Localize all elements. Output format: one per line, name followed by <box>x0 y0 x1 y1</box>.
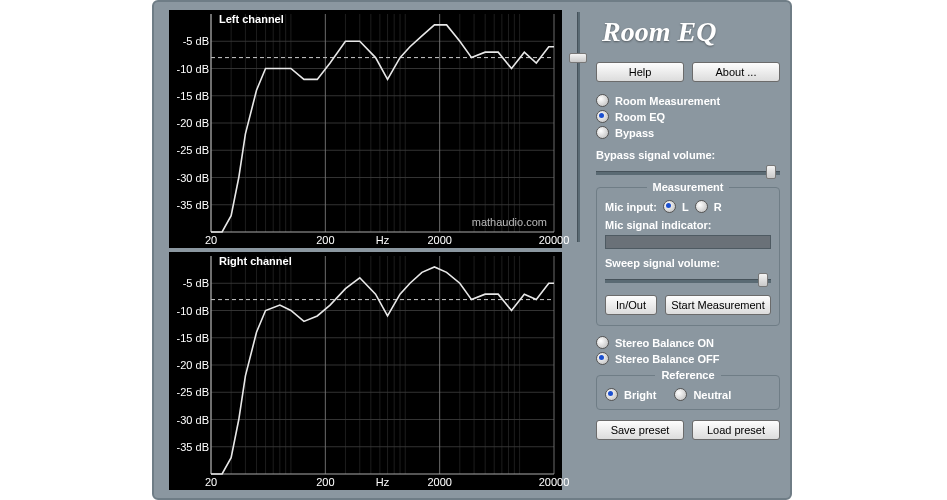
side-panel: Room EQ Help About ... Room Measurement … <box>596 10 780 452</box>
sweep-volume-slider[interactable] <box>605 273 771 287</box>
help-button[interactable]: Help <box>596 62 684 82</box>
reference-bright-label: Bright <box>624 389 656 401</box>
reference-fieldset: Reference Bright Neutral <box>596 375 780 410</box>
bypass-volume-thumb[interactable] <box>766 165 776 179</box>
plot-right-channel: Right channel -5 dB-10 dB-15 dB-20 dB-25… <box>169 252 562 490</box>
radio-icon <box>596 94 609 107</box>
bypass-volume-slider[interactable] <box>596 165 780 179</box>
vertical-slider-track <box>577 12 580 242</box>
about-button[interactable]: About ... <box>692 62 780 82</box>
vertical-slider-thumb[interactable] <box>569 53 587 63</box>
mic-indicator-label: Mic signal indicator: <box>605 219 771 231</box>
mic-input-label: Mic input: <box>605 201 657 213</box>
bypass-volume-label: Bypass signal volume: <box>596 149 780 161</box>
mic-signal-indicator <box>605 235 771 249</box>
mic-R-label: R <box>714 201 722 213</box>
plot-left-svg <box>169 10 562 248</box>
plot-left-xlabels: 20200Hz200020000 <box>169 234 562 248</box>
vertical-slider[interactable] <box>569 12 587 242</box>
stereo-off-label: Stereo Balance OFF <box>615 353 720 365</box>
reference-bright-radio[interactable] <box>605 388 618 401</box>
stereo-balance-group: Stereo Balance ON Stereo Balance OFF <box>596 336 780 365</box>
plot-left-ylabels: -5 dB-10 dB-15 dB-20 dB-25 dB-30 dB-35 d… <box>171 10 209 248</box>
sweep-volume-label: Sweep signal volume: <box>605 257 771 269</box>
measurement-legend: Measurement <box>647 181 730 193</box>
radio-icon <box>596 336 609 349</box>
reference-neutral-radio[interactable] <box>674 388 687 401</box>
reference-neutral-label: Neutral <box>693 389 731 401</box>
start-measurement-button[interactable]: Start Measurement <box>665 295 771 315</box>
plot-left-title: Left channel <box>219 13 284 25</box>
mic-L-label: L <box>682 201 689 213</box>
in-out-button[interactable]: In/Out <box>605 295 657 315</box>
watermark: mathaudio.com <box>472 216 547 228</box>
stereo-on-label: Stereo Balance ON <box>615 337 714 349</box>
mode-bypass-label: Bypass <box>615 127 654 139</box>
plugin-panel: Left channel mathaudio.com -5 dB-10 dB-1… <box>152 0 792 500</box>
mode-bypass[interactable]: Bypass <box>596 126 780 139</box>
stereo-balance-off[interactable]: Stereo Balance OFF <box>596 352 780 365</box>
radio-icon <box>596 110 609 123</box>
mode-eq[interactable]: Room EQ <box>596 110 780 123</box>
plot-right-xlabels: 20200Hz200020000 <box>169 476 562 490</box>
plot-right-svg <box>169 252 562 490</box>
save-preset-button[interactable]: Save preset <box>596 420 684 440</box>
measurement-fieldset: Measurement Mic input: L R Mic signal in… <box>596 187 780 326</box>
plots-container: Left channel mathaudio.com -5 dB-10 dB-1… <box>169 10 562 490</box>
mode-group: Room Measurement Room EQ Bypass <box>596 94 780 139</box>
mic-R-radio[interactable] <box>695 200 708 213</box>
app-title: Room EQ <box>602 16 780 48</box>
mode-measurement[interactable]: Room Measurement <box>596 94 780 107</box>
stereo-balance-on[interactable]: Stereo Balance ON <box>596 336 780 349</box>
plot-left-channel: Left channel mathaudio.com -5 dB-10 dB-1… <box>169 10 562 248</box>
radio-icon <box>596 352 609 365</box>
plot-right-title: Right channel <box>219 255 292 267</box>
load-preset-button[interactable]: Load preset <box>692 420 780 440</box>
sweep-volume-thumb[interactable] <box>758 273 768 287</box>
radio-icon <box>596 126 609 139</box>
reference-legend: Reference <box>655 369 720 381</box>
mic-L-radio[interactable] <box>663 200 676 213</box>
mode-eq-label: Room EQ <box>615 111 665 123</box>
plot-right-ylabels: -5 dB-10 dB-15 dB-20 dB-25 dB-30 dB-35 d… <box>171 252 209 490</box>
mode-measurement-label: Room Measurement <box>615 95 720 107</box>
